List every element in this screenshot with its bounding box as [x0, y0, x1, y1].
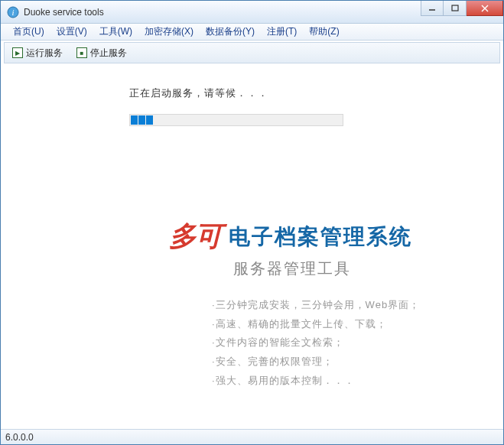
stop-service-label: 停止服务	[90, 47, 127, 60]
app-icon: i	[7, 6, 19, 18]
menu-help[interactable]: 帮助(Z)	[303, 24, 345, 40]
titlebar: i Duoke service tools	[1, 1, 503, 24]
brand-section: 多可 电子档案管理系统 服务器管理工具 ·三分钟完成安装，三分钟会用，Web界面…	[1, 218, 503, 390]
status-text: 正在启动服务，请等候．．．	[129, 86, 503, 100]
menubar: 首页(U) 设置(V) 工具(W) 加密存储(X) 数据备份(Y) 注册(T) …	[1, 24, 503, 41]
stop-icon: ■	[76, 47, 87, 58]
progress-block	[138, 115, 145, 125]
feature-item: ·文件内容的智能全文检索；	[212, 333, 503, 352]
menu-data-backup[interactable]: 数据备份(Y)	[200, 24, 261, 40]
maximize-button[interactable]	[444, 1, 467, 16]
svg-text:i: i	[11, 8, 14, 17]
statusbar: 6.0.0.0	[1, 429, 503, 444]
progress-block	[131, 115, 138, 125]
feature-item: ·强大、易用的版本控制．．．	[212, 372, 503, 391]
brand-title: 电子档案管理系统	[229, 222, 412, 252]
menu-settings[interactable]: 设置(V)	[50, 24, 93, 40]
feature-item: ·三分钟完成安装，三分钟会用，Web界面；	[212, 296, 503, 315]
brand-subtitle: 服务器管理工具	[233, 258, 503, 279]
play-icon: ▶	[12, 47, 23, 58]
menu-tools[interactable]: 工具(W)	[93, 24, 138, 40]
run-service-label: 运行服务	[26, 47, 63, 60]
version-text: 6.0.0.0	[5, 432, 34, 443]
close-button[interactable]	[467, 1, 503, 16]
progress-bar	[129, 114, 343, 126]
toolbar: ▶ 运行服务 ■ 停止服务	[4, 42, 500, 63]
menu-register[interactable]: 注册(T)	[261, 24, 303, 40]
window-title: Duoke service tools	[24, 7, 104, 18]
menu-encrypt-storage[interactable]: 加密存储(X)	[138, 24, 200, 40]
brand-logo: 多可	[169, 218, 221, 255]
minimize-button[interactable]	[421, 1, 444, 16]
window-controls	[421, 1, 503, 16]
feature-list: ·三分钟完成安装，三分钟会用，Web界面； ·高速、精确的批量文件上传、下载； …	[212, 296, 503, 390]
run-service-button[interactable]: ▶ 运行服务	[8, 45, 67, 61]
progress-block	[146, 115, 153, 125]
svg-rect-3	[452, 5, 458, 11]
content-area: 正在启动服务，请等候．．． 多可 电子档案管理系统 服务器管理工具 ·三分钟完成…	[1, 65, 503, 429]
feature-item: ·高速、精确的批量文件上传、下载；	[212, 315, 503, 334]
feature-item: ·安全、完善的权限管理；	[212, 352, 503, 372]
stop-service-button[interactable]: ■ 停止服务	[72, 45, 132, 61]
menu-home[interactable]: 首页(U)	[7, 24, 50, 40]
